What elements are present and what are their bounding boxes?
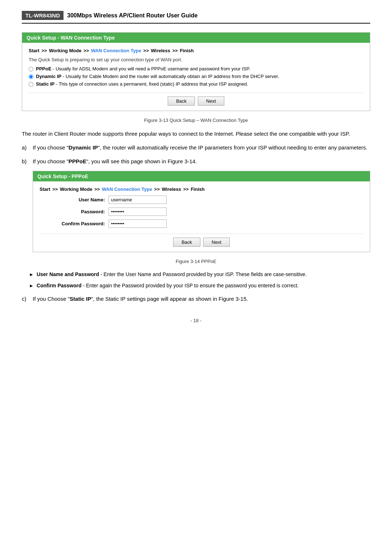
fig1-caption: Figure 3-13 Quick Setup – WAN Connection… xyxy=(22,118,370,123)
pppoe-back-button[interactable]: Back xyxy=(173,238,200,247)
pppoe-bc-wan[interactable]: WAN Connection Type xyxy=(102,186,152,192)
fig2-caption: Figure 3-14 PPPoE xyxy=(22,259,370,264)
confirm-password-input[interactable] xyxy=(109,219,167,228)
password-label: Password: xyxy=(40,209,105,214)
list-label-b: b) xyxy=(22,157,33,166)
static-ip-option: Static IP - This type of connection uses… xyxy=(29,81,363,87)
wan-panel-body: Start >> Working Mode >> WAN Connection … xyxy=(22,43,370,111)
static-ip-bold: Static IP xyxy=(70,296,91,302)
pppoe-radio[interactable] xyxy=(29,67,33,71)
bc-wan-connection[interactable]: WAN Connection Type xyxy=(91,48,141,53)
list-item-a: a) If you choose "Dynamic IP", the route… xyxy=(22,143,370,152)
page-number: - 18 - xyxy=(22,318,370,323)
pppoe-bc-start: Start xyxy=(40,186,50,192)
user-name-password-bold: User Name and Password xyxy=(37,271,99,277)
dynamic-ip-option: Dynamic IP - Usually for Cable Modem and… xyxy=(29,74,363,79)
desc-item-1: ► User Name and Password - Enter the Use… xyxy=(29,271,370,278)
pppoe-next-button[interactable]: Next xyxy=(203,238,230,247)
model-badge: TL-WR843ND xyxy=(22,11,64,20)
list-label-a: a) xyxy=(22,143,33,152)
pppoe-bold: PPPoE xyxy=(69,158,86,164)
pppoe-bc-wireless: Wireless xyxy=(162,186,181,192)
desc-list: ► User Name and Password - Enter the Use… xyxy=(29,271,370,290)
page-title: 300Mbps Wireless AP/Client Router User G… xyxy=(67,12,197,19)
bc-wireless: Wireless xyxy=(151,48,170,53)
pppoe-breadcrumb: Start >> Working Mode >> WAN Connection … xyxy=(40,186,363,192)
list-item-c: c) If you Choose "Static IP", the Static… xyxy=(22,295,370,303)
bc-finish: Finish xyxy=(180,48,193,53)
pppoe-panel-body: Start >> Working Mode >> WAN Connection … xyxy=(33,181,370,252)
wan-next-button[interactable]: Next xyxy=(198,97,224,106)
confirm-password-label: Confirm Password: xyxy=(40,221,105,226)
dynamic-ip-bold: Dynamic IP xyxy=(69,144,98,151)
wan-breadcrumb: Start >> Working Mode >> WAN Connection … xyxy=(29,48,363,53)
wan-button-row: Back Next xyxy=(29,93,363,106)
desc-item-2: ► Confirm Password - Enter again the Pas… xyxy=(29,282,370,290)
username-label: User Name: xyxy=(40,197,105,202)
pppoe-bc-working-mode: Working Mode xyxy=(60,186,92,192)
list-label-c: c) xyxy=(22,295,33,303)
bc-start: Start xyxy=(29,48,40,53)
wan-back-button[interactable]: Back xyxy=(168,97,195,106)
pppoe-button-row: Back Next xyxy=(40,234,363,247)
wan-panel-header: Quick Setup - WAN Connection Type xyxy=(22,33,370,43)
pppoe-panel-header: Quick Setup - PPPoE xyxy=(33,171,370,181)
arrow-icon-2: ► xyxy=(29,282,34,290)
username-input[interactable] xyxy=(109,196,167,204)
list-content-a: If you choose "Dynamic IP", the router w… xyxy=(33,143,370,152)
confirm-password-row: Confirm Password: xyxy=(40,219,363,228)
password-input[interactable] xyxy=(109,208,167,216)
dynamic-ip-label[interactable]: Dynamic IP - Usually for Cable Modem and… xyxy=(36,74,279,79)
pppoe-bc-finish: Finish xyxy=(191,186,204,192)
desc-text-2: Confirm Password - Enter again the Passw… xyxy=(37,282,370,290)
list-item-b: b) If you choose "PPPoE", you will see t… xyxy=(22,157,370,166)
pppoe-label[interactable]: PPPoE - Usually for ADSL Modem and you w… xyxy=(36,66,250,71)
password-row: Password: xyxy=(40,208,363,216)
username-row: User Name: xyxy=(40,196,363,204)
wan-desc: The Quick Setup is preparing to set up y… xyxy=(29,57,363,62)
static-ip-radio[interactable] xyxy=(29,82,33,87)
static-ip-label[interactable]: Static IP - This type of connection uses… xyxy=(36,81,248,87)
confirm-password-bold: Confirm Password xyxy=(37,283,82,288)
desc-text-1: User Name and Password - Enter the User … xyxy=(37,271,370,278)
main-paragraph: The router in Client Router mode support… xyxy=(22,130,370,138)
bc-working-mode: Working Mode xyxy=(49,48,81,53)
wan-connection-panel: Quick Setup - WAN Connection Type Start … xyxy=(22,32,370,111)
pppoe-panel: Quick Setup - PPPoE Start >> Working Mod… xyxy=(33,171,370,252)
arrow-icon-1: ► xyxy=(29,271,34,278)
pppoe-option: PPPoE - Usually for ADSL Modem and you w… xyxy=(29,66,363,71)
page-header: TL-WR843ND 300Mbps Wireless AP/Client Ro… xyxy=(22,11,370,24)
list-content-b: If you choose "PPPoE", you will see this… xyxy=(33,157,370,166)
list-content-c: If you Choose "Static IP", the Static IP… xyxy=(33,295,370,303)
dynamic-ip-radio[interactable] xyxy=(29,74,33,79)
